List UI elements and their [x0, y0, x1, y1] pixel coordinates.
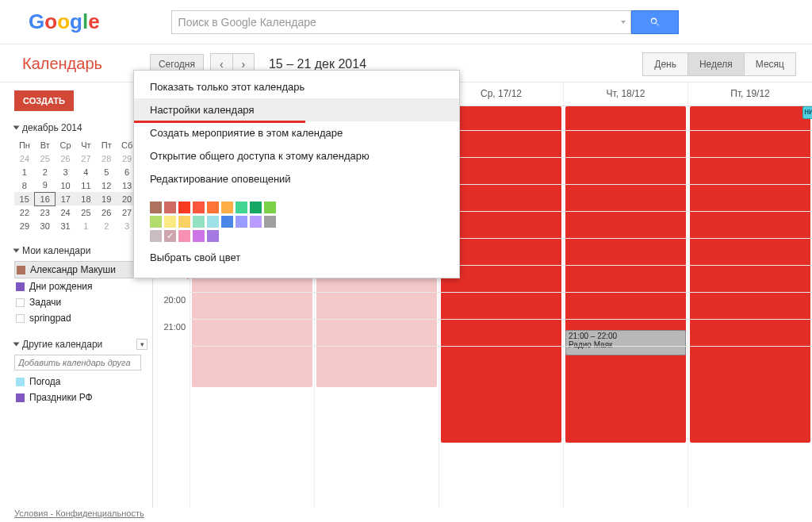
- color-swatch[interactable]: [150, 202, 162, 213]
- privacy-link[interactable]: Конфиденциальность: [56, 509, 144, 518]
- color-swatch: [16, 378, 25, 386]
- search-button[interactable]: [631, 10, 679, 34]
- color-swatch[interactable]: [236, 216, 247, 228]
- day-col-thu[interactable]: 21:00 – 22:00Радио Маяк: [563, 106, 688, 508]
- ctx-own-color[interactable]: Выбрать свой цвет: [134, 248, 459, 267]
- ctx-notifications[interactable]: Редактирование оповещений: [134, 167, 459, 190]
- color-swatch[interactable]: [236, 202, 247, 213]
- footer: Условия - Конфиденциальность: [0, 508, 159, 522]
- color-swatch[interactable]: [193, 230, 205, 242]
- color-swatch[interactable]: [221, 216, 233, 228]
- color-swatch[interactable]: [193, 216, 205, 228]
- event-cyan[interactable]: ние: [802, 106, 812, 119]
- calendar-item[interactable]: Праздники РФ: [14, 390, 147, 405]
- ctx-create-event[interactable]: Создать мероприятие в этом календаре: [134, 121, 459, 144]
- ctx-settings[interactable]: Настройки календаря: [134, 98, 459, 121]
- add-calendar-input[interactable]: [14, 355, 141, 370]
- search-dropdown-icon[interactable]: [621, 21, 626, 24]
- ctx-share[interactable]: Открытие общего доступа к этому календар…: [134, 144, 459, 167]
- terms-link[interactable]: Условия: [14, 509, 48, 518]
- my-calendars-header[interactable]: Мои календари ▾: [14, 245, 147, 256]
- color-swatch[interactable]: [164, 202, 176, 213]
- minical-header: декабрь 2014 ‹›: [14, 122, 147, 133]
- search-placeholder: Поиск в Google Календаре: [178, 16, 316, 29]
- color-swatch[interactable]: [193, 202, 205, 213]
- color-swatch: [16, 314, 25, 323]
- search-wrap: Поиск в Google Календаре: [171, 10, 679, 34]
- google-logo[interactable]: Google: [29, 10, 100, 34]
- mini-calendar[interactable]: ПнВтСрЧтПтСб2425262728291234568910111213…: [14, 138, 137, 232]
- calendar-item[interactable]: Александр Макуши▾: [14, 261, 147, 278]
- day-col-fri[interactable]: ние: [688, 106, 812, 508]
- color-swatch[interactable]: [164, 230, 176, 242]
- color-swatch[interactable]: [207, 202, 219, 213]
- view-month[interactable]: Месяц: [744, 52, 796, 76]
- color-swatch[interactable]: [164, 216, 176, 228]
- ctx-show-only[interactable]: Показать только этот календарь: [134, 75, 459, 98]
- color-swatch: [17, 266, 25, 274]
- color-swatch[interactable]: [264, 202, 276, 213]
- search-input[interactable]: Поиск в Google Календаре: [171, 10, 631, 34]
- sidebar: СОЗДАТЬ декабрь 2014 ‹› ПнВтСрЧтПтСб2425…: [0, 83, 152, 508]
- color-swatch[interactable]: [150, 230, 162, 242]
- color-swatch[interactable]: [221, 202, 233, 213]
- app-title: Календарь: [22, 55, 102, 73]
- color-swatch[interactable]: [178, 216, 190, 228]
- color-swatch[interactable]: [207, 230, 219, 242]
- header: Google Поиск в Google Календаре: [0, 0, 812, 44]
- color-swatch[interactable]: [250, 216, 262, 228]
- calendar-item[interactable]: Дни рождения: [14, 278, 147, 294]
- color-swatch: [16, 393, 25, 402]
- color-swatch[interactable]: [264, 216, 276, 228]
- collapse-icon: [13, 343, 20, 347]
- event-radio[interactable]: 21:00 – 22:00Радио Маяк: [565, 330, 686, 355]
- color-swatch[interactable]: [178, 230, 190, 242]
- color-swatch[interactable]: [150, 216, 162, 228]
- other-calendars-header[interactable]: Другие календари ▾: [14, 339, 147, 350]
- dropdown-icon[interactable]: ▾: [136, 339, 147, 350]
- color-swatch[interactable]: [178, 202, 190, 213]
- view-week[interactable]: Неделя: [688, 52, 745, 76]
- collapse-icon[interactable]: [13, 126, 20, 130]
- color-swatch: [16, 298, 25, 307]
- view-switch: День Неделя Месяц: [643, 52, 796, 76]
- search-icon: [649, 17, 661, 28]
- calendar-item[interactable]: Задачи: [14, 294, 147, 310]
- minical-title: декабрь 2014: [22, 122, 82, 133]
- calendar-context-menu: Показать только этот календарь Настройки…: [133, 70, 460, 278]
- color-swatch[interactable]: [207, 216, 219, 228]
- color-palette: [134, 197, 293, 248]
- collapse-icon: [13, 249, 20, 253]
- calendar-item[interactable]: Погода: [14, 374, 147, 390]
- date-range: 15 – 21 дек 2014: [269, 57, 366, 71]
- create-button[interactable]: СОЗДАТЬ: [14, 90, 74, 111]
- calendar-item[interactable]: springpad: [14, 310, 147, 326]
- color-swatch[interactable]: [250, 202, 262, 213]
- view-day[interactable]: День: [642, 52, 688, 76]
- color-swatch: [16, 282, 25, 291]
